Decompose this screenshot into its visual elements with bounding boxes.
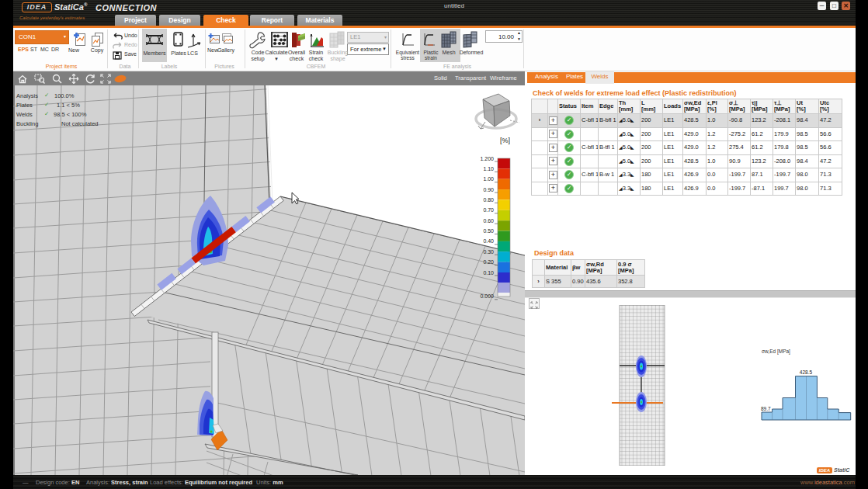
svg-text:0.90: 0.90 <box>483 187 494 192</box>
svg-text:1.00: 1.00 <box>483 176 494 182</box>
svg-text:0.10: 0.10 <box>483 270 494 276</box>
svg-text:0.80: 0.80 <box>483 197 494 203</box>
svg-text:0.60: 0.60 <box>483 218 494 224</box>
svg-text:0.70: 0.70 <box>483 207 494 213</box>
svg-text:89.7: 89.7 <box>761 406 771 411</box>
svg-text:0.40: 0.40 <box>483 238 494 244</box>
svg-text:σw,Ed [MPa]: σw,Ed [MPa] <box>762 349 790 355</box>
svg-text:0.50: 0.50 <box>483 228 494 234</box>
svg-text:1.200: 1.200 <box>480 156 494 161</box>
svg-text:1.10: 1.10 <box>483 166 494 172</box>
svg-text:0.000: 0.000 <box>480 293 494 299</box>
svg-text:0.30: 0.30 <box>483 249 494 255</box>
svg-text:428.5: 428.5 <box>800 369 813 375</box>
svg-text:0.20: 0.20 <box>483 259 494 265</box>
svg-text:[%]: [%] <box>500 137 510 144</box>
